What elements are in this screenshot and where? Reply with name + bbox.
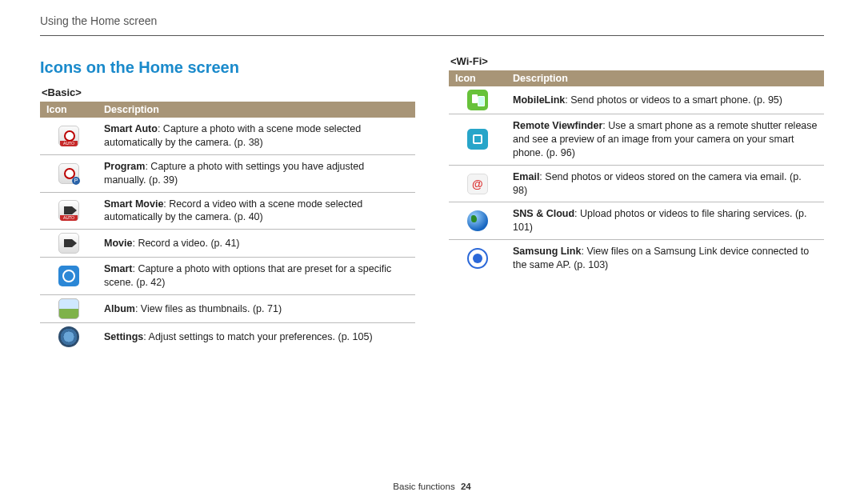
- term: Email: [513, 171, 539, 182]
- icon-cell: AUTO: [40, 192, 98, 230]
- desc-cell: Settings: Adjust settings to match your …: [98, 323, 415, 351]
- left-column: Icons on the Home screen <Basic> Icon De…: [40, 50, 415, 350]
- table-row: Samsung Link: View files on a Samsung Li…: [449, 240, 824, 277]
- desc-cell: SNS & Cloud: Upload photos or videos to …: [506, 202, 824, 240]
- desc-cell: Smart: Capture a photo with options that…: [98, 258, 415, 295]
- footer-section: Basic functions: [393, 482, 454, 491]
- term: Samsung Link: [513, 246, 581, 257]
- term: Smart Movie: [104, 198, 163, 210]
- desc-cell: Email: Send photos or videos stored on t…: [506, 165, 824, 202]
- table-row: Remote Viewfinder: Use a smart phone as …: [449, 114, 824, 166]
- desc-cell: Smart Movie: Record a video with a scene…: [98, 192, 415, 230]
- wifi-subhead: <Wi-Fi>: [450, 55, 824, 67]
- th-icon: Icon: [449, 70, 506, 86]
- table-row: Email: Send photos or videos stored on t…: [449, 165, 824, 202]
- smart-icon: [58, 266, 79, 286]
- table-row: Program: Capture a photo with settings y…: [40, 154, 415, 192]
- movie-icon: [58, 233, 79, 254]
- desc-text: : Record a video. (p. 41): [132, 238, 239, 249]
- icon-cell: [40, 230, 98, 258]
- icon-cell: [449, 86, 506, 114]
- icon-cell: [449, 165, 506, 202]
- sns-cloud-icon: [467, 210, 488, 231]
- basic-subhead: <Basic>: [42, 86, 415, 98]
- desc-text: : Send photos or videos to a smart phone…: [565, 94, 782, 106]
- program-icon: [58, 163, 79, 184]
- smart-movie-icon: AUTO: [58, 200, 79, 221]
- icon-cell: [40, 118, 98, 154]
- section-title: Icons on the Home screen: [40, 58, 415, 77]
- term: Program: [104, 161, 145, 172]
- wifi-table: Icon Description MobileLink: Send photos…: [449, 70, 824, 277]
- divider: [40, 35, 824, 36]
- desc-text: : Capture a photo with options that are …: [104, 263, 391, 288]
- table-row: MobileLink: Send photos or videos to a s…: [449, 86, 824, 114]
- desc-cell: Smart Auto: Capture a photo with a scene…: [98, 118, 415, 154]
- desc-cell: Album: View files as thumbnails. (p. 71): [98, 295, 415, 323]
- settings-icon: [58, 326, 79, 347]
- icon-cell: [449, 240, 506, 277]
- table-row: Smart Auto: Capture a photo with a scene…: [40, 118, 415, 154]
- table-row: AUTOSmart Movie: Record a video with a s…: [40, 192, 415, 230]
- footer-page: 24: [461, 482, 471, 491]
- term: Smart Auto: [104, 123, 158, 134]
- term: Settings: [104, 331, 143, 342]
- table-row: Movie: Record a video. (p. 41): [40, 230, 415, 258]
- term: Album: [104, 303, 135, 314]
- th-desc: Description: [506, 70, 824, 86]
- desc-cell: MobileLink: Send photos or videos to a s…: [506, 86, 824, 114]
- desc-text: : Send photos or videos stored on the ca…: [513, 171, 802, 196]
- album-icon: [58, 298, 79, 319]
- term: Smart: [104, 263, 132, 274]
- th-icon: Icon: [40, 102, 98, 118]
- desc-cell: Remote Viewfinder: Use a smart phone as …: [506, 114, 824, 166]
- remote-viewfinder-icon: [467, 129, 488, 150]
- icon-cell: [40, 258, 98, 295]
- icon-cell: [40, 295, 98, 323]
- term: Remote Viewfinder: [513, 120, 602, 131]
- desc-text: : Adjust settings to match your preferen…: [143, 331, 372, 342]
- icon-cell: [40, 323, 98, 351]
- page-footer: Basic functions 24: [0, 482, 864, 491]
- mobilelink-icon: [467, 90, 488, 110]
- desc-cell: Samsung Link: View files on a Samsung Li…: [506, 240, 824, 277]
- table-row: Album: View files as thumbnails. (p. 71): [40, 295, 415, 323]
- th-desc: Description: [98, 102, 415, 118]
- desc-cell: Movie: Record a video. (p. 41): [98, 230, 415, 258]
- right-column: <Wi-Fi> Icon Description MobileLink: Sen…: [449, 50, 824, 350]
- email-icon: [467, 174, 488, 194]
- icon-cell: [449, 202, 506, 240]
- table-row: Settings: Adjust settings to match your …: [40, 323, 415, 351]
- table-row: Smart: Capture a photo with options that…: [40, 258, 415, 295]
- desc-cell: Program: Capture a photo with settings y…: [98, 154, 415, 192]
- term: SNS & Cloud: [513, 208, 574, 219]
- basic-table: Icon Description Smart Auto: Capture a p…: [40, 102, 415, 350]
- table-row: SNS & Cloud: Upload photos or videos to …: [449, 202, 824, 240]
- breadcrumb: Using the Home screen: [40, 14, 824, 30]
- term: MobileLink: [513, 94, 565, 106]
- icon-cell: [449, 114, 506, 166]
- samsung-link-icon: [467, 248, 488, 269]
- icon-cell: [40, 154, 98, 192]
- smart-auto-icon: [58, 126, 79, 146]
- desc-text: : View files as thumbnails. (p. 71): [135, 303, 282, 314]
- term: Movie: [104, 238, 132, 249]
